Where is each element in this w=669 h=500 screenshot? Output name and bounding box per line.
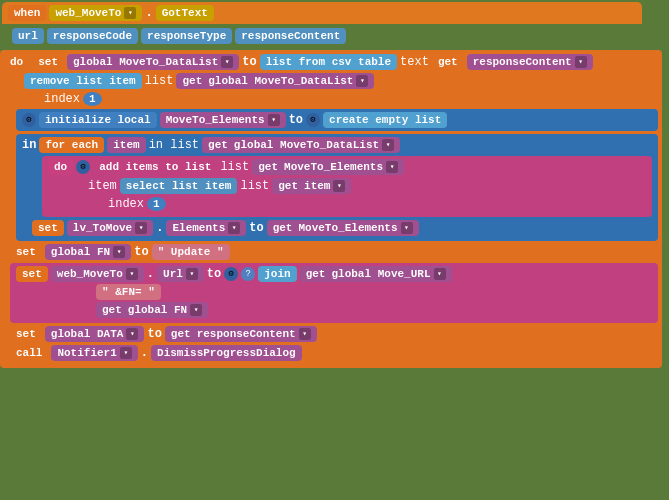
index-val-2: 1 <box>147 197 166 211</box>
get-moveto-datalist[interactable]: get global MoveTo_DataList ▾ <box>176 73 374 89</box>
to-label-3: to <box>134 245 148 259</box>
get-kw-8: get <box>171 328 191 340</box>
do2-label: do <box>48 159 73 175</box>
call-keyword: call <box>10 345 48 361</box>
prop-dropdown[interactable]: ▾ <box>228 222 240 234</box>
text-label-1: text <box>400 55 429 69</box>
to-label-2: to <box>249 221 263 235</box>
in-label: in <box>22 138 36 152</box>
get-moveto-elements-2[interactable]: get MoveTo_Elements ▾ <box>267 220 419 236</box>
var-label: global MoveTo_DataList <box>73 56 218 68</box>
get-kw-6: get <box>306 268 326 280</box>
when-keyword: when <box>8 5 46 21</box>
global-fn-label: global FN <box>51 246 110 258</box>
set-keyword-5: set <box>10 326 42 342</box>
global-data-label: global DATA <box>51 328 124 340</box>
var-moveto-datalist[interactable]: global MoveTo_DataList ▾ <box>67 54 239 70</box>
prop-elements[interactable]: Elements ▾ <box>166 220 246 236</box>
prop-url[interactable]: Url ▾ <box>157 266 204 282</box>
gear-icon-3: ⚙ <box>76 160 90 174</box>
get-item-label: item <box>304 180 330 192</box>
init-var-label: MoveTo_Elements <box>166 114 265 126</box>
notifier-component[interactable]: Notifier1 ▾ <box>51 345 137 361</box>
get-kw-7: get <box>102 304 122 316</box>
var-lv-tomove[interactable]: lv_ToMove ▾ <box>67 220 153 236</box>
get-global-fn[interactable]: get global FN ▾ <box>96 302 208 318</box>
var-lv-dropdown[interactable]: ▾ <box>135 222 147 234</box>
get-moveto-elements[interactable]: get MoveTo_Elements ▾ <box>252 159 404 175</box>
global-fn-dropdown[interactable]: ▾ <box>113 246 125 258</box>
get-kw-2: get <box>208 139 228 151</box>
get-kw-3: get <box>258 161 278 173</box>
param-responseType: responseType <box>141 28 232 44</box>
event-component[interactable]: web_MoveTo ▾ <box>49 5 142 21</box>
dot-3: . <box>147 267 154 281</box>
list-label-add: list <box>220 160 249 174</box>
var-dropdown[interactable]: ▾ <box>221 56 233 68</box>
init-keyword: initialize local <box>39 112 157 128</box>
var-lv-label: lv_ToMove <box>73 222 132 234</box>
get-var-label: global MoveTo_DataList <box>208 75 353 87</box>
get-elements-dropdown-2[interactable]: ▾ <box>401 222 413 234</box>
url-prop-dropdown[interactable]: ▾ <box>186 268 198 280</box>
dismiss-method-label: DismissProgressDialog <box>157 347 296 359</box>
get-responseContent-2-dropdown[interactable]: ▾ <box>299 328 311 340</box>
get-datalist-dropdown[interactable]: ▾ <box>356 75 368 87</box>
get-elements-label: MoveTo_Elements <box>284 161 383 173</box>
get-fn-dropdown[interactable]: ▾ <box>190 304 202 316</box>
get-fn-label: global FN <box>128 304 187 316</box>
index-label-2: index <box>108 197 144 211</box>
set-keyword-3: set <box>10 244 42 260</box>
prop-label: Elements <box>172 222 225 234</box>
get-item[interactable]: get item ▾ <box>272 178 351 194</box>
list-label-select: list <box>240 179 269 193</box>
global-data-dropdown[interactable]: ▾ <box>126 328 138 340</box>
get-responseContent[interactable]: responseContent ▾ <box>467 54 593 70</box>
get-responseContent-label: responseContent <box>473 56 572 68</box>
remove-list-item: remove list item <box>24 73 142 89</box>
get-item-dropdown[interactable]: ▾ <box>333 180 345 192</box>
var-global-data[interactable]: global DATA ▾ <box>45 326 145 342</box>
gear-icon-2: ⚙ <box>306 113 320 127</box>
event-dropdown[interactable]: ▾ <box>124 7 136 19</box>
event-action[interactable]: GotText <box>156 5 214 21</box>
gear-icon-init: ⚙ <box>22 113 36 127</box>
item-var[interactable]: item <box>107 137 145 153</box>
var-global-fn[interactable]: global FN ▾ <box>45 244 131 260</box>
item-label: item <box>113 139 139 151</box>
url-prop-label: Url <box>163 268 183 280</box>
get-move-url-label: global Move_URL <box>331 268 430 280</box>
get-datalist-dropdown-2[interactable]: ▾ <box>382 139 394 151</box>
get-responseContent-2-label: responseContent <box>197 328 296 340</box>
dismiss-method[interactable]: DismissProgressDialog <box>151 345 302 361</box>
get-elements-dropdown[interactable]: ▾ <box>386 161 398 173</box>
notifier-dropdown[interactable]: ▾ <box>120 347 132 359</box>
get-kw-5: get <box>273 222 293 234</box>
gear-icon-4: ⚙ <box>224 267 238 281</box>
get-global-move-url[interactable]: get global Move_URL ▾ <box>300 266 452 282</box>
get-moveto-datalist-2[interactable]: get global MoveTo_DataList ▾ <box>202 137 400 153</box>
to-label-init: to <box>289 113 303 127</box>
in-list-label: in list <box>149 138 199 152</box>
event-action-label: GotText <box>162 7 208 19</box>
event-name-label: web_MoveTo <box>55 7 121 19</box>
dot-separator: . <box>145 6 152 20</box>
get-move-url-dropdown[interactable]: ▾ <box>434 268 446 280</box>
get-label-1: get <box>432 54 464 70</box>
get-kw: get <box>182 75 202 87</box>
add-items-keyword: add items to list <box>93 159 217 175</box>
get-kw-4: get <box>278 180 298 192</box>
web-moveto-label: web_MoveTo <box>57 268 123 280</box>
to-label-5: to <box>147 327 161 341</box>
get-var-label-2: global MoveTo_DataList <box>234 139 379 151</box>
get-responseContent-dropdown[interactable]: ▾ <box>575 56 587 68</box>
get-responseContent-2[interactable]: get responseContent ▾ <box>165 326 317 342</box>
dot-2: . <box>156 221 163 235</box>
web-moveto-dropdown[interactable]: ▾ <box>126 268 138 280</box>
set-keyword-2: set <box>32 220 64 236</box>
init-var-dropdown[interactable]: ▾ <box>268 114 280 126</box>
var-moveto-elements[interactable]: MoveTo_Elements ▾ <box>160 112 286 128</box>
fn-text-value: " &FN= " <box>96 284 161 300</box>
index-val-1: 1 <box>83 92 102 106</box>
var-web-moveto[interactable]: web_MoveTo ▾ <box>51 266 144 282</box>
